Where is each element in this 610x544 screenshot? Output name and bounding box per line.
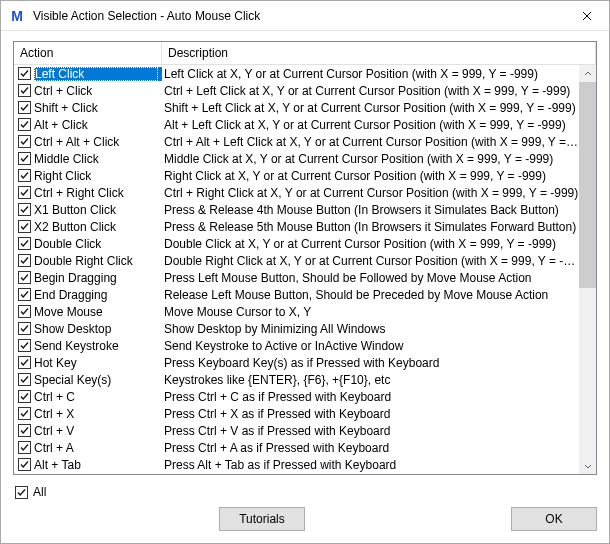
table-row[interactable]: Ctrl + CPress Ctrl + C as if Pressed wit… — [14, 388, 579, 405]
row-checkbox[interactable] — [18, 152, 31, 165]
row-description: Release Left Mouse Button, Should be Pre… — [162, 288, 579, 302]
row-checkbox[interactable] — [18, 101, 31, 114]
row-description: Middle Click at X, Y or at Current Curso… — [162, 152, 579, 166]
row-checkbox-cell — [14, 152, 34, 165]
row-checkbox[interactable] — [18, 441, 31, 454]
row-description: Double Click at X, Y or at Current Curso… — [162, 237, 579, 251]
row-checkbox[interactable] — [18, 305, 31, 318]
row-checkbox[interactable] — [18, 135, 31, 148]
table-row[interactable]: Ctrl + Right ClickCtrl + Right Click at … — [14, 184, 579, 201]
row-description: Right Click at X, Y or at Current Cursor… — [162, 169, 579, 183]
column-header-description[interactable]: Description — [162, 42, 596, 64]
row-checkbox[interactable] — [18, 288, 31, 301]
row-checkbox-cell — [14, 101, 34, 114]
table-row[interactable]: Ctrl + APress Ctrl + A as if Pressed wit… — [14, 439, 579, 456]
vertical-scrollbar[interactable] — [579, 65, 596, 474]
list-body[interactable]: Left ClickLeft Click at X, Y or at Curre… — [14, 65, 579, 474]
row-checkbox[interactable] — [18, 186, 31, 199]
row-checkbox[interactable] — [18, 254, 31, 267]
ok-button[interactable]: OK — [511, 507, 597, 531]
table-row[interactable]: Ctrl + XPress Ctrl + X as if Pressed wit… — [14, 405, 579, 422]
row-description: Press Left Mouse Button, Should be Follo… — [162, 271, 579, 285]
all-checkbox[interactable] — [15, 486, 28, 499]
table-row[interactable]: X2 Button ClickPress & Release 5th Mouse… — [14, 218, 579, 235]
button-row: Tutorials OK — [13, 507, 597, 531]
row-description: Send Keystroke to Active or InActive Win… — [162, 339, 579, 353]
close-button[interactable] — [564, 1, 609, 31]
row-checkbox-cell — [14, 169, 34, 182]
row-checkbox-cell — [14, 441, 34, 454]
bottom-area: All Tutorials OK — [13, 475, 597, 531]
tutorials-button[interactable]: Tutorials — [219, 507, 305, 531]
row-checkbox[interactable] — [18, 356, 31, 369]
row-checkbox-cell — [14, 458, 34, 471]
table-row[interactable]: Ctrl + VPress Ctrl + V as if Pressed wit… — [14, 422, 579, 439]
table-row[interactable]: Move MouseMove Mouse Cursor to X, Y — [14, 303, 579, 320]
table-row[interactable]: Alt + TabPress Alt + Tab as if Pressed w… — [14, 456, 579, 473]
row-checkbox-cell — [14, 203, 34, 216]
row-checkbox[interactable] — [18, 220, 31, 233]
table-row[interactable]: X1 Button ClickPress & Release 4th Mouse… — [14, 201, 579, 218]
row-checkbox-cell — [14, 356, 34, 369]
table-row[interactable]: Shift + ClickShift + Left Click at X, Y … — [14, 99, 579, 116]
table-row[interactable]: Alt + ClickAlt + Left Click at X, Y or a… — [14, 116, 579, 133]
row-action: Alt + Tab — [34, 458, 162, 472]
row-checkbox-cell — [14, 254, 34, 267]
table-row[interactable]: Ctrl + Alt + ClickCtrl + Alt + Left Clic… — [14, 133, 579, 150]
table-row[interactable]: End DraggingRelease Left Mouse Button, S… — [14, 286, 579, 303]
row-checkbox[interactable] — [18, 169, 31, 182]
table-row[interactable]: Show DesktopShow Desktop by Minimizing A… — [14, 320, 579, 337]
chevron-down-icon — [584, 462, 592, 470]
table-row[interactable]: Begin DraggingPress Left Mouse Button, S… — [14, 269, 579, 286]
row-checkbox[interactable] — [18, 67, 31, 80]
row-action: Move Mouse — [34, 305, 162, 319]
row-checkbox[interactable] — [18, 84, 31, 97]
table-row[interactable]: Left ClickLeft Click at X, Y or at Curre… — [14, 65, 579, 82]
table-row[interactable]: Hot KeyPress Keyboard Key(s) as if Press… — [14, 354, 579, 371]
table-row[interactable]: Send KeystrokeSend Keystroke to Active o… — [14, 337, 579, 354]
row-description: Press Keyboard Key(s) as if Pressed with… — [162, 356, 579, 370]
scroll-thumb[interactable] — [579, 82, 596, 288]
row-checkbox-cell — [14, 305, 34, 318]
table-row[interactable]: Special Key(s)Keystrokes like {ENTER}, {… — [14, 371, 579, 388]
table-row[interactable]: Right ClickRight Click at X, Y or at Cur… — [14, 167, 579, 184]
row-action: Double Click — [34, 237, 162, 251]
row-action: Ctrl + A — [34, 441, 162, 455]
row-checkbox[interactable] — [18, 237, 31, 250]
row-action: Ctrl + X — [34, 407, 162, 421]
table-row[interactable]: Ctrl + ClickCtrl + Left Click at X, Y or… — [14, 82, 579, 99]
row-action: Shift + Click — [34, 101, 162, 115]
row-action: Ctrl + Click — [34, 84, 162, 98]
row-action: Hot Key — [34, 356, 162, 370]
table-row[interactable]: Double ClickDouble Click at X, Y or at C… — [14, 235, 579, 252]
row-checkbox[interactable] — [18, 373, 31, 386]
row-checkbox[interactable] — [18, 458, 31, 471]
row-description: Press Ctrl + C as if Pressed with Keyboa… — [162, 390, 579, 404]
row-description: Double Right Click at X, Y or at Current… — [162, 254, 579, 268]
scroll-track[interactable] — [579, 82, 596, 457]
scroll-up-button[interactable] — [579, 65, 596, 82]
table-row[interactable]: Middle ClickMiddle Click at X, Y or at C… — [14, 150, 579, 167]
row-action: X2 Button Click — [34, 220, 162, 234]
table-row[interactable]: Double Right ClickDouble Right Click at … — [14, 252, 579, 269]
row-description: Press & Release 5th Mouse Button (In Bro… — [162, 220, 579, 234]
scroll-down-button[interactable] — [579, 457, 596, 474]
all-checkbox-row: All — [13, 485, 597, 499]
close-icon — [582, 11, 592, 21]
dialog-window: M Visible Action Selection - Auto Mouse … — [0, 0, 610, 544]
row-checkbox[interactable] — [18, 424, 31, 437]
row-checkbox-cell — [14, 390, 34, 403]
row-action: Alt + Click — [34, 118, 162, 132]
row-checkbox-cell — [14, 84, 34, 97]
row-checkbox[interactable] — [18, 322, 31, 335]
row-action: Ctrl + V — [34, 424, 162, 438]
action-list: Action Description Left ClickLeft Click … — [13, 41, 597, 475]
row-checkbox[interactable] — [18, 118, 31, 131]
row-checkbox[interactable] — [18, 339, 31, 352]
row-checkbox[interactable] — [18, 203, 31, 216]
column-header-action[interactable]: Action — [14, 42, 162, 64]
row-description: Press Ctrl + V as if Pressed with Keyboa… — [162, 424, 579, 438]
row-checkbox[interactable] — [18, 271, 31, 284]
row-checkbox[interactable] — [18, 407, 31, 420]
row-checkbox[interactable] — [18, 390, 31, 403]
